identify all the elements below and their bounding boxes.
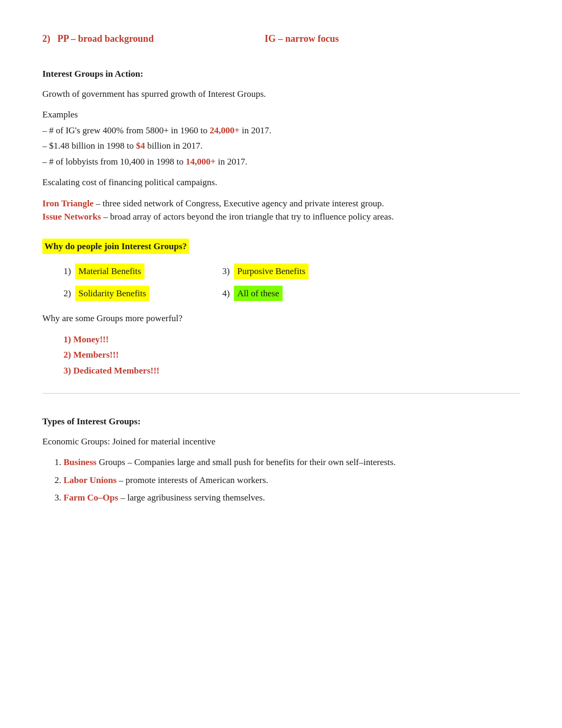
- example3-highlight: 14,000+: [186, 157, 215, 167]
- powerful-item2: 2) Members!!!: [64, 348, 520, 362]
- benefit3-label: Purposive Benefits: [234, 263, 309, 279]
- issue-networks-para: Issue Networks – broad array of actors b…: [42, 210, 520, 224]
- benefit2-label: Solidarity Benefits: [75, 286, 149, 302]
- iron-triangle-para: Iron Triangle – three sided network of C…: [42, 197, 520, 211]
- header-right: IG – narrow focus: [265, 32, 339, 46]
- benefit1-label: Material Benefits: [75, 263, 144, 279]
- economic-list: Business Groups – Companies large and sm…: [64, 456, 520, 505]
- example3-start: – # of lobbyists from 10,400 in 1998 to: [42, 157, 186, 167]
- header-left-number: 2): [42, 33, 50, 44]
- benefit1-col: 1) Material Benefits: [64, 263, 212, 279]
- examples-label: Examples: [42, 108, 520, 122]
- example2-highlight: $4: [136, 141, 145, 151]
- powerful-list: 1) Money!!! 2) Members!!! 3) Dedicated M…: [64, 333, 520, 378]
- why-powerful-question: Why are some Groups more powerful?: [42, 312, 520, 325]
- benefits-row-2: 2) Solidarity Benefits 4) All of these: [64, 286, 520, 302]
- header-right-text: IG – narrow focus: [265, 33, 339, 44]
- economic-item3-text: – large agribusiness serving themselves.: [118, 493, 265, 503]
- example1: – # of IG's grew 400% from 5800+ in 1960…: [42, 124, 520, 138]
- benefit3-number: 3): [222, 265, 230, 278]
- economic-item2-text: – promote interests of American workers.: [116, 475, 268, 485]
- escalating-text: Escalating cost of financing political c…: [42, 176, 520, 189]
- types-heading: Types of Interest Groups:: [42, 415, 520, 429]
- example2-end: billion in 2017.: [145, 141, 203, 151]
- economic-item3-label: Farm Co–Ops: [64, 493, 118, 503]
- economic-item2: Labor Unions – promote interests of Amer…: [64, 474, 520, 487]
- examples-block: Examples – # of IG's grew 400% from 5800…: [42, 108, 520, 168]
- benefit4-number: 4): [222, 287, 230, 301]
- benefit1-number: 1): [64, 265, 71, 278]
- economic-item1: Business Groups – Companies large and sm…: [64, 456, 520, 469]
- benefit2-col: 2) Solidarity Benefits: [64, 286, 212, 302]
- economic-item2-label: Labor Unions: [64, 475, 116, 485]
- header-left-text: PP – broad background: [58, 33, 154, 44]
- economic-item1-text: Groups – Companies large and small push …: [96, 457, 395, 467]
- iron-triangle-text: – three sided network of Congress, Execu…: [94, 198, 384, 208]
- example1-end: in 2017.: [240, 125, 271, 135]
- iron-triangle-label: Iron Triangle: [42, 198, 94, 208]
- benefit4-col: 4) All of these: [222, 286, 283, 302]
- interest-groups-intro: Growth of government has spurred growth …: [42, 87, 520, 101]
- economic-intro: Economic Groups: Joined for material inc…: [42, 435, 520, 449]
- benefit3-col: 3) Purposive Benefits: [222, 263, 309, 279]
- why-join-heading-wrapper: Why do people join Interest Groups?: [42, 229, 520, 264]
- issue-networks-label: Issue Networks: [42, 212, 101, 222]
- benefit2-number: 2): [64, 287, 71, 301]
- powerful-item1: 1) Money!!!: [64, 333, 520, 347]
- benefits-grid: 1) Material Benefits 3) Purposive Benefi…: [64, 263, 520, 301]
- types-section: Types of Interest Groups: Economic Group…: [42, 415, 520, 505]
- example3-end: in 2017.: [216, 157, 248, 167]
- economic-item1-label: Business: [64, 457, 96, 467]
- benefits-row-1: 1) Material Benefits 3) Purposive Benefi…: [64, 263, 520, 279]
- example2-start: – $1.48 billion in 1998 to: [42, 141, 136, 151]
- powerful-item3: 3) Dedicated Members!!!: [64, 364, 520, 378]
- header-row: 2) PP – broad background IG – narrow foc…: [42, 32, 520, 46]
- issue-networks-text: – broad array of actors beyond the iron …: [101, 212, 394, 222]
- example1-text: – # of IG's grew 400% from 5800+ in 1960…: [42, 125, 210, 135]
- interest-groups-heading: Interest Groups in Action:: [42, 67, 520, 81]
- iron-triangle-block: Iron Triangle – three sided network of C…: [42, 197, 520, 224]
- example1-highlight: 24,000+: [210, 125, 239, 135]
- section-divider: [42, 393, 520, 394]
- header-left: 2) PP – broad background: [42, 32, 265, 46]
- economic-item3: Farm Co–Ops – large agribusiness serving…: [64, 491, 520, 505]
- why-join-heading: Why do people join Interest Groups?: [42, 239, 189, 254]
- example2: – $1.48 billion in 1998 to $4 billion in…: [42, 139, 520, 153]
- benefit4-label: All of these: [234, 286, 282, 302]
- example3: – # of lobbyists from 10,400 in 1998 to …: [42, 155, 520, 169]
